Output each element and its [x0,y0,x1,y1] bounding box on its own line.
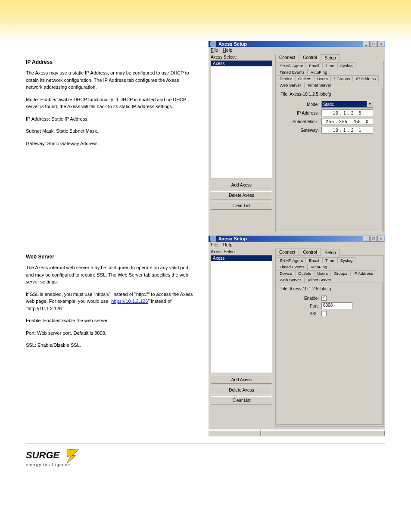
web-p1: If SSL is enabled, you must use "https:/… [26,291,196,312]
close-icon[interactable]: × [377,236,384,242]
subtab-snmp[interactable]: SNMP Agent [277,62,306,68]
add-axess-button[interactable]: Add Axess [211,376,272,384]
axess-select-label: Axess Select: [211,249,272,254]
menu-file[interactable]: File [211,47,218,53]
subtab-outlets[interactable]: Outlets [295,270,314,276]
web-p3: Port: Web server port. Default is 8008. [26,330,196,337]
web-p2: Enable: Enable/Disable the web server. [26,317,196,324]
statusbar [209,429,385,436]
maximize-icon[interactable]: □ [370,236,377,242]
ssl-checkbox[interactable] [321,311,327,316]
subtab-timed[interactable]: Timed Events [277,264,308,270]
tagline: energy intelligence [26,463,71,467]
tab-setup[interactable]: Setup [321,54,340,62]
subnet-mask-field[interactable]: 255 . 255 . 255 . 0 [321,118,373,125]
mode-dropdown[interactable]: Static ▼ [321,101,373,108]
clear-list-button[interactable]: Clear List [211,396,272,404]
window-title: Axess Setup [218,41,247,47]
screenshot-web: Axess Setup _ □ × File Help Axess Select… [209,236,385,413]
subtab-users[interactable]: Users [314,75,331,81]
axess-listbox[interactable]: Axess [211,60,272,178]
menu-help[interactable]: Help [223,47,233,53]
subtab-device[interactable]: Device [277,270,295,276]
file-line: File: Axess-10.1.2.5.ibbcfg [280,92,379,96]
subtab-timed[interactable]: Timed Events [277,69,308,75]
delete-axess-button[interactable]: Delete Axess [211,191,272,199]
subtab-device[interactable]: Device [277,75,295,81]
subtab-webserver[interactable]: Web Server [277,82,304,88]
tab-setup[interactable]: Setup [321,249,340,256]
menu-help[interactable]: Help [223,242,233,247]
subtab-ipaddress[interactable]: IP Address [353,75,379,81]
axess-listbox[interactable]: Axess [211,255,272,373]
subtab-time[interactable]: Time [322,62,337,68]
clear-list-button[interactable]: Clear List [211,202,272,210]
mode-value: Static [323,102,334,107]
menu-file[interactable]: File [211,242,218,247]
tab-control[interactable]: Control [299,54,321,61]
subtab-email[interactable]: Email [306,62,322,68]
subtab-users[interactable]: Users [314,270,331,276]
add-axess-button[interactable]: Add Axess [211,181,272,189]
ip-p4: Gateway: Static Gateway Address. [26,140,196,147]
brand-logo: SURGE energy intelligence [26,449,86,473]
ssl-label: SSL: [280,311,321,316]
maximize-icon[interactable]: □ [370,41,377,47]
file-line: File: Axess-10.1.2.5.ibbcfg [280,286,379,291]
web-p0: The Axess internal web server may be con… [26,264,196,286]
subtab-snmp[interactable]: SNMP Agent [277,257,306,263]
tab-connect[interactable]: Connect [275,249,299,256]
port-field[interactable]: 8008 [321,302,352,309]
tab-connect[interactable]: Connect [275,54,299,61]
subtab-autoping[interactable]: AutoPing [308,264,330,270]
ip-p3: Subnet Mask: Static Subnet Mask. [26,128,196,135]
ip-p0: The Axess may use a static IP Address, o… [26,69,196,91]
screenshot-ip: Axess Setup _ □ × File Help Axess Select… [209,41,385,218]
enable-label: Enable: [280,296,321,301]
mode-label: Mode: [280,102,321,107]
gw-label: Gateway: [280,128,321,133]
list-item[interactable]: Axess [211,61,272,66]
logo-text: SURGE [26,450,60,460]
window-title: Axess Setup [218,236,247,241]
section-title-web: Web Server [26,253,196,261]
section-title-ip: IP Address [26,58,196,66]
bolt-icon [67,449,80,464]
subtab-ipaddress[interactable]: IP Address [350,270,376,276]
tab-control[interactable]: Control [299,249,321,256]
minimize-icon[interactable]: _ [363,236,370,242]
subtab-telnet[interactable]: Telnet Server [304,277,334,283]
subtab-groups[interactable]: * Groups [331,75,353,81]
subtab-outlets[interactable]: Outlets [295,75,314,81]
subtab-webserver[interactable]: Web Server [277,277,304,283]
port-label: Port: [280,304,321,308]
subtab-syslog[interactable]: Syslog [337,257,356,263]
app-icon [210,41,216,47]
mask-label: Subnet Mask: [280,119,321,124]
subtab-time[interactable]: Time [322,257,337,263]
subtab-autoping[interactable]: AutoPing [308,69,330,75]
close-icon[interactable]: × [377,41,384,47]
ip-address-field[interactable]: 10 . 1 . 2 . 5 [321,109,373,116]
chevron-down-icon[interactable]: ▼ [367,101,373,107]
gateway-field[interactable]: 10 . 1 . 2 . 1 [321,127,373,134]
ip-label: IP Address: [280,111,321,115]
delete-axess-button[interactable]: Delete Axess [211,386,272,394]
minimize-icon[interactable]: _ [363,41,370,47]
app-icon [210,236,216,242]
list-item[interactable]: Axess [211,255,272,261]
axess-select-label: Axess Select: [211,55,272,59]
subtab-telnet[interactable]: Telnet Server [304,82,334,88]
subtab-syslog[interactable]: Syslog [337,62,356,68]
subtab-email[interactable]: Email [306,257,322,263]
ip-p1: Mode: Enable/Disable DHCP functionality.… [26,96,196,110]
web-p4: SSL: Enable/Disable SSL. [26,342,196,349]
enable-checkbox[interactable] [321,296,327,301]
ip-p2: IP Address: Static IP Address. [26,115,196,123]
example-link[interactable]: https://10.1.2.126 [111,299,148,304]
subtab-groups[interactable]: Groups [331,270,350,276]
